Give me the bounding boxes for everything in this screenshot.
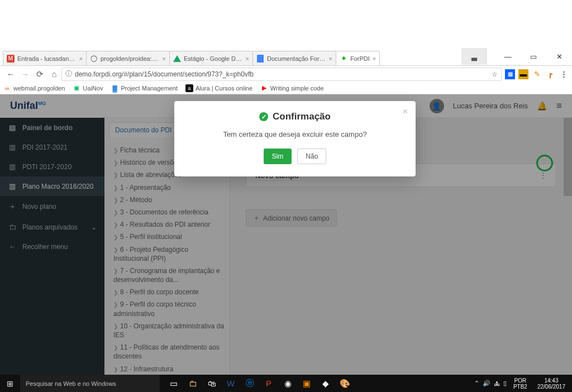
gdoc-icon: [256, 55, 264, 63]
back-button[interactable]: ←: [3, 69, 18, 79]
modal-close-button[interactable]: ×: [403, 107, 408, 117]
taskbar-search[interactable]: Pesquisar na Web e no Windows: [20, 375, 160, 392]
tray-clock[interactable]: 14:4322/06/2017: [534, 377, 569, 390]
bookmark-alura[interactable]: aAlura | Cursos online: [185, 84, 252, 92]
link-icon: ▣: [73, 84, 80, 92]
tray-battery-icon[interactable]: ▯: [503, 380, 507, 387]
window-close-button[interactable]: ✕: [546, 48, 572, 65]
youtube-icon: ▶: [260, 84, 268, 92]
tab-label: ForPDI: [350, 55, 370, 62]
system-tray: ⌃ 🔊 🖧 ▯ PORPTB2 14:4322/06/2017: [474, 375, 572, 392]
word-icon[interactable]: W: [221, 375, 240, 392]
windows-taskbar: ⊞ Pesquisar na Web e no Windows ▭ 🗀 🛍 W …: [0, 375, 572, 392]
tray-chevron-icon[interactable]: ⌃: [474, 380, 479, 387]
tab-label: Documentação ForPdi -: [267, 55, 326, 62]
ext-icon-4[interactable]: ┏: [545, 69, 555, 79]
reload-button[interactable]: ⟳: [32, 69, 47, 79]
modal-title-text: Confirmação: [273, 111, 331, 122]
gdrive-icon: [173, 55, 181, 63]
bookmark-uainov[interactable]: ▣UaiNov: [73, 84, 103, 92]
ext-icon-3[interactable]: ✎: [532, 69, 542, 79]
tab-label: Entrada - lucasdanieliant: [17, 55, 77, 62]
paint-icon[interactable]: 🎨: [335, 375, 354, 392]
modal-title: ✓ Confirmação: [187, 111, 403, 122]
tab-close-icon[interactable]: ×: [79, 55, 83, 62]
taskbar-apps: ▭ 🗀 🛍 W ⓔ P ◉ ▣ ◆ 🎨: [164, 375, 354, 392]
tab-forpdi[interactable]: ✦ForPDI×: [336, 51, 380, 65]
task-view-icon[interactable]: ▭: [164, 375, 183, 392]
github-icon: ◯: [90, 55, 98, 63]
tab-gdoc[interactable]: Documentação ForPdi - ×: [252, 51, 336, 65]
tab-label: Estágio - Google Drive: [184, 55, 243, 62]
confirm-no-button[interactable]: Não: [297, 149, 326, 164]
forward-button[interactable]: →: [18, 69, 32, 79]
gmail-icon: M: [7, 55, 15, 63]
xampp-icon[interactable]: ▣: [297, 375, 316, 392]
confirm-yes-button[interactable]: Sim: [264, 149, 292, 164]
extensions-area: ▦ ▬ ✎ ┏ ⋮: [502, 69, 569, 79]
tab-github[interactable]: ◯progolden/proidea: Pré:×: [86, 51, 170, 65]
tab-close-icon[interactable]: ×: [329, 55, 332, 62]
tray-lang[interactable]: PORPTB2: [510, 377, 531, 390]
explorer-icon[interactable]: 🗀: [183, 375, 202, 392]
bookmarks-bar: ∞webmail.progolden ▣UaiNov ▓Project Mana…: [0, 82, 572, 94]
bookmark-label: webmail.progolden: [13, 85, 65, 92]
link-icon: ▓: [111, 84, 118, 92]
ext-icon-1[interactable]: ▦: [505, 69, 515, 79]
bookmark-webmail[interactable]: ∞webmail.progolden: [3, 84, 65, 92]
tab-gdrive[interactable]: Estágio - Google Drive×: [169, 51, 253, 65]
confirm-modal: × ✓ Confirmação Tem certeza que deseja e…: [174, 101, 416, 176]
vscode-icon[interactable]: ◆: [316, 375, 335, 392]
tab-label: progolden/proidea: Pré:: [101, 55, 160, 62]
bookmark-label: Writing simple code: [270, 85, 324, 92]
bookmark-star-icon[interactable]: ☆: [492, 70, 498, 78]
edge-icon[interactable]: ⓔ: [240, 375, 259, 392]
check-icon: ✓: [259, 112, 268, 121]
bookmark-pm[interactable]: ▓Project Management: [111, 84, 178, 92]
modal-message: Tem certeza que deseja excluir este camp…: [187, 130, 403, 138]
browser-tabstrip: MEntrada - lucasdanieliant× ◯progolden/p…: [0, 51, 533, 65]
omnibox[interactable]: ⓘdemo.forpdi.org/#/plan/15/document/sect…: [61, 68, 502, 81]
start-button[interactable]: ⊞: [0, 379, 20, 388]
tray-network-icon[interactable]: 🖧: [494, 380, 500, 387]
address-bar: ← → ⟳ ⌂ ⓘdemo.forpdi.org/#/plan/15/docum…: [0, 65, 572, 82]
modal-actions: Sim Não: [187, 149, 403, 164]
bookmark-writing[interactable]: ▶Writing simple code: [260, 84, 324, 92]
link-icon: a: [185, 84, 193, 92]
menu-icon[interactable]: ⋮: [559, 69, 569, 79]
site-info-icon[interactable]: ⓘ: [65, 69, 72, 79]
tab-close-icon[interactable]: ×: [163, 55, 166, 62]
tab-gmail[interactable]: MEntrada - lucasdanieliant×: [3, 51, 87, 65]
url-text: demo.forpdi.org/#/plan/15/document/secti…: [75, 70, 254, 78]
chrome-icon[interactable]: ◉: [278, 375, 297, 392]
link-icon: ∞: [3, 84, 11, 92]
store-icon[interactable]: 🛍: [202, 375, 221, 392]
tray-sound-icon[interactable]: 🔊: [483, 380, 490, 387]
bookmark-label: Alura | Cursos online: [196, 85, 252, 92]
ext-icon-2[interactable]: ▬: [518, 69, 528, 79]
bookmark-label: Project Management: [121, 85, 178, 92]
tab-close-icon[interactable]: ×: [373, 55, 376, 62]
bookmark-label: UaiNov: [83, 85, 103, 92]
tab-close-icon[interactable]: ×: [246, 55, 249, 62]
home-button[interactable]: ⌂: [47, 69, 61, 79]
powerpoint-icon[interactable]: P: [259, 375, 278, 392]
forpdi-icon: ✦: [340, 55, 347, 63]
